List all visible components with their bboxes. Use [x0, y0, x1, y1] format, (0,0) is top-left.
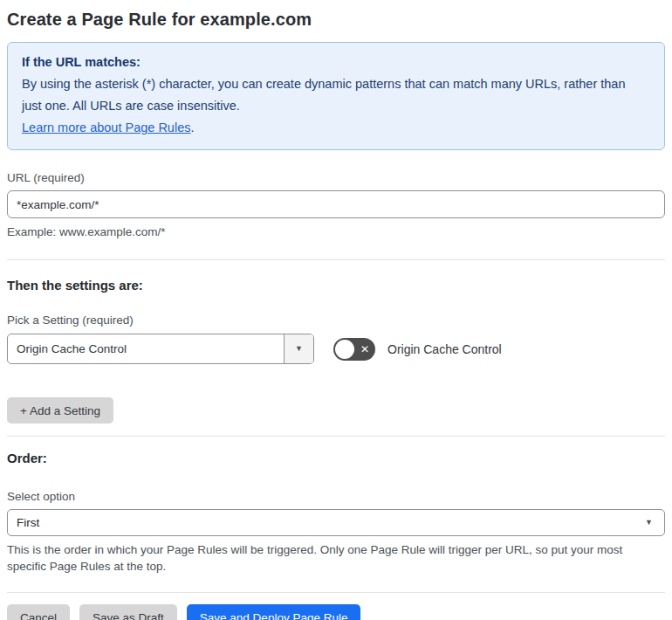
setting-dropdown-value: Origin Cache Control [8, 334, 284, 363]
origin-cache-control-toggle[interactable]: ✕ [333, 338, 375, 361]
order-help-text: This is the order in which your Page Rul… [7, 541, 653, 575]
url-input[interactable] [7, 190, 665, 218]
order-select-value: First [17, 516, 39, 529]
chevron-down-icon: ▼ [645, 519, 653, 527]
add-setting-button[interactable]: + Add a Setting [7, 397, 113, 424]
setting-row: Origin Cache Control ▼ ✕ Origin Cache Co… [7, 334, 665, 364]
save-as-draft-button[interactable]: Save as Draft [79, 604, 177, 620]
info-box-heading: If the URL matches: [22, 52, 650, 73]
create-page-rule-form: Create a Page Rule for example.com If th… [0, 0, 672, 620]
info-link-line: Learn more about Page Rules. [22, 117, 650, 139]
pick-setting-label: Pick a Setting (required) [7, 313, 665, 327]
url-example-hint: Example: www.example.com/* [7, 224, 665, 240]
setting-dropdown[interactable]: Origin Cache Control ▼ [7, 334, 314, 364]
save-and-deploy-button[interactable]: Save and Deploy Page Rule [187, 604, 361, 620]
order-select[interactable]: First ▼ [7, 509, 665, 536]
settings-heading: Then the settings are: [7, 278, 665, 293]
toggle-label: Origin Cache Control [387, 342, 502, 356]
toggle-knob [335, 340, 354, 359]
learn-more-link[interactable]: Learn more about Page Rules [22, 121, 190, 134]
link-period: . [190, 121, 194, 134]
form-actions: Cancel Save as Draft Save and Deploy Pag… [7, 604, 665, 620]
setting-dropdown-arrow-button[interactable]: ▼ [284, 334, 313, 363]
toggle-off-icon: ✕ [360, 344, 369, 355]
url-match-info-box: If the URL matches: By using the asteris… [7, 42, 665, 150]
section-divider [7, 436, 665, 437]
url-label: URL (required) [7, 171, 665, 184]
chevron-down-icon: ▼ [295, 345, 303, 353]
section-divider [7, 592, 665, 593]
section-divider [7, 259, 665, 260]
cancel-button[interactable]: Cancel [7, 604, 70, 620]
info-box-body: By using the asterisk (*) character, you… [22, 73, 641, 117]
select-option-label: Select option [7, 490, 665, 503]
order-heading: Order: [7, 451, 665, 465]
page-title: Create a Page Rule for example.com [7, 7, 665, 31]
